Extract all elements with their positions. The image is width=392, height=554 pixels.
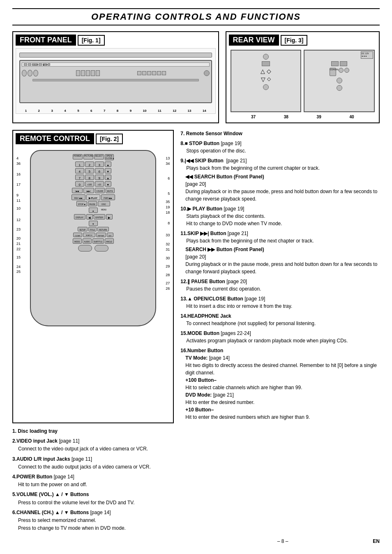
rear-view-label: REAR VIEW: [229, 35, 279, 46]
desc-item-5: 5.VOLUME (VOL.) ▲ / ▼ Buttons Press to c…: [12, 491, 380, 506]
desc-item-15: 15.MODE Button [pages 22-24] Activates p…: [180, 330, 380, 344]
page-bottom: – 8 – EN: [12, 538, 380, 544]
clear-button[interactable]: CLEAR: [73, 233, 82, 237]
front-panel-box: FRONT PANEL [Fig. 1] COLOR ▶PLAY: [12, 31, 219, 123]
repeat-button[interactable]: REPEAT: [96, 233, 106, 237]
vsurr-button[interactable]: V.SURR: [95, 188, 105, 193]
rear-num-40: 40: [349, 115, 354, 119]
rear-num-38: 38: [284, 115, 288, 119]
remote-control-label: REMOTE CONTROL: [16, 133, 94, 144]
front-panel-diagram: COLOR ▶PLAY: [16, 48, 216, 114]
num2-button[interactable]: 2: [85, 162, 94, 167]
stop-button[interactable]: STOP ■: [76, 201, 87, 206]
angle-button[interactable]: ANGLE: [105, 238, 114, 244]
desc-item-14: 14.HEADPHONE Jack To connect headphone (…: [180, 312, 380, 327]
right-arrow-button[interactable]: ▶: [106, 214, 113, 219]
num3-button[interactable]: 3: [95, 162, 104, 167]
vol-dn-button[interactable]: ▼: [105, 181, 111, 187]
picture-button[interactable]: PICTURE: [83, 154, 93, 159]
title-button[interactable]: TITLE: [88, 227, 97, 231]
desc-item-8: 8.■ STOP Button [page 19] Stops operatio…: [180, 140, 380, 155]
open-close-button[interactable]: OPEN/CLOSE▲: [105, 154, 114, 160]
remote-control-fig: [Fig. 2]: [96, 134, 123, 144]
pause-button[interactable]: PAUSE ‖SLOW: [88, 201, 97, 206]
desc-item-12: 12.‖ PAUSE Button [page 20] Pauses the c…: [180, 278, 380, 293]
desc-item-16: 16.Number Button TV Mode: [page 14] Hit …: [180, 347, 380, 421]
up-arrow-button[interactable]: ▲: [89, 208, 98, 213]
plus10-button[interactable]: +10: [95, 181, 104, 187]
vol-up-button[interactable]: ▲VOL: [105, 175, 111, 180]
num9-button[interactable]: 9: [95, 175, 104, 180]
mode-button[interactable]: MODE: [73, 238, 82, 244]
desc-item-13: 13.▲ OPEN/CLOSE Button [page 19] Hit to …: [180, 295, 380, 310]
setup-button[interactable]: SETUP: [78, 227, 88, 231]
desc-item-3: 3.AUDIO L/R input Jacks [page 11] Connec…: [12, 455, 380, 471]
ch-up-button[interactable]: ▲: [105, 162, 111, 167]
left-arrow-button[interactable]: ◀: [86, 214, 93, 219]
rear-view-fig: [Fig. 3]: [281, 35, 308, 46]
rear-num-37: 37: [251, 115, 256, 119]
power-button[interactable]: POWER: [73, 154, 83, 159]
bottom-descriptions: 1. Disc loading tray 2.VIDEO input Jack …: [12, 427, 380, 534]
page-title: OPERATING CONTROLS AND FUNCTIONS: [12, 8, 380, 25]
desc-item-6: 6.CHANNEL (CH.) ▲ / ▼ Buttons [page 14] …: [12, 509, 380, 533]
num5-button[interactable]: 5: [85, 168, 94, 173]
desc-item-7: 7. Remote Sensor Window: [180, 130, 380, 137]
audio-button[interactable]: AUDIO: [83, 238, 92, 244]
desc-item-2: 2.VIDEO input Jack [page 11] Connect to …: [12, 437, 380, 453]
page-number: – 8 –: [193, 538, 373, 544]
ab-button[interactable]: A-B: [107, 233, 113, 237]
num6-button[interactable]: 6: [95, 168, 104, 173]
num4-button[interactable]: 4: [75, 168, 84, 173]
desc-item-11: 11.SKIP ▶▶| Button [page 21] Plays back …: [180, 230, 380, 275]
mute-button[interactable]: MUTE: [106, 188, 115, 193]
num1-button[interactable]: 1: [75, 162, 84, 167]
fwd-button[interactable]: FWD ▶▶: [101, 194, 115, 200]
desc-col-left: 1. Disc loading tray 2.VIDEO input Jack …: [12, 427, 380, 534]
desc-item-10: 10.▶ PLAY Button [page 19] Starts playba…: [180, 205, 380, 227]
rev-button[interactable]: REV ◀◀: [71, 194, 85, 200]
right-descriptions: 7. Remote Sensor Window 8.■ STOP Button …: [180, 130, 380, 423]
display-button[interactable]: DISPLAY: [74, 214, 85, 219]
right-oval-button[interactable]: [95, 245, 108, 252]
ch-dn-button[interactable]: ▼: [105, 168, 111, 173]
enter-button[interactable]: ENTER: [94, 214, 105, 219]
plus100-button[interactable]: +100: [85, 181, 94, 187]
down-arrow-button[interactable]: ▼: [89, 221, 98, 226]
search-mode-button[interactable]: SEARCH MODE: [83, 233, 95, 237]
skip-prev-button[interactable]: |◀◀SKIP: [72, 188, 83, 193]
left-oval-button[interactable]: [78, 245, 92, 252]
desc-item-4: 4.POWER Button [page 14] Hit to turn the…: [12, 473, 380, 489]
num7-button[interactable]: 7SLEEP: [75, 175, 84, 180]
skip-next-button[interactable]: ▶▶|: [83, 188, 94, 193]
en-label: EN: [373, 538, 380, 544]
disc-menu-button[interactable]: DISCMENU: [98, 201, 110, 206]
select-button[interactable]: SELECT: [94, 154, 104, 159]
num8-button[interactable]: 8: [85, 175, 94, 180]
rear-num-39: 39: [317, 115, 321, 119]
front-panel-label: FRONT PANEL: [16, 35, 76, 46]
desc-item-1: 1. Disc loading tray: [12, 427, 380, 435]
desc-item-9: 9.|◀◀ SKIP Button [page 21] Plays back f…: [180, 157, 380, 203]
subtitle-button[interactable]: SUBTITLE: [92, 238, 104, 244]
rear-view-box: REAR VIEW [Fig. 3] △◇ ▽◇ DC 12V●-●-●: [226, 31, 380, 123]
remote-control-box: REMOTE CONTROL [Fig. 2] 436 16 17 911 10…: [12, 130, 174, 423]
num0-button[interactable]: 0: [75, 181, 84, 187]
play-button[interactable]: ▶PLAY: [86, 194, 100, 200]
front-panel-fig: [Fig. 1]: [78, 35, 105, 46]
return-button[interactable]: RETURN: [97, 227, 109, 231]
